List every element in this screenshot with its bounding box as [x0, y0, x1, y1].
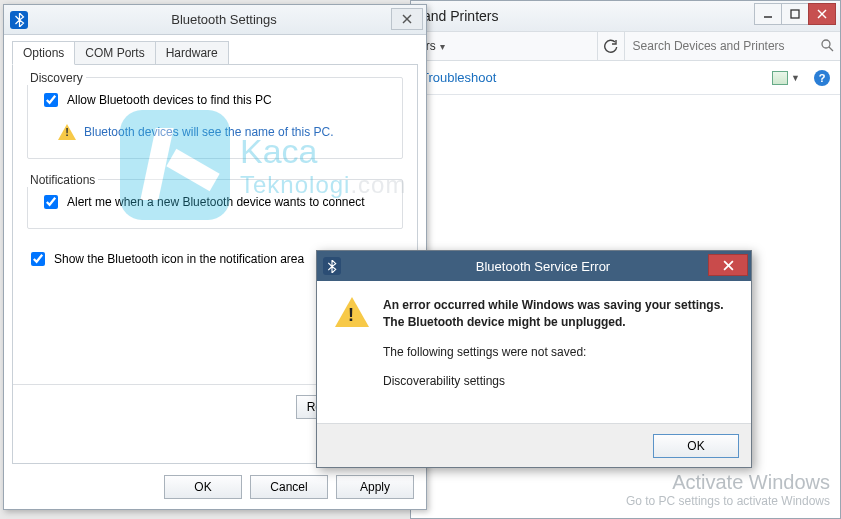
- tab-hardware[interactable]: Hardware: [155, 41, 229, 65]
- err-msg2: The following settings were not saved:: [383, 344, 733, 361]
- refresh-icon: [604, 39, 618, 53]
- dp-command-row: Troubleshoot ▼ ?: [411, 61, 840, 95]
- tab-options[interactable]: Options: [12, 41, 75, 65]
- dp-toolbar: ers ▾: [411, 31, 840, 61]
- bt-titlebar: Bluetooth Settings: [4, 5, 426, 35]
- bt-apply-button[interactable]: Apply: [336, 475, 414, 499]
- activate-line2: Go to PC settings to activate Windows: [626, 494, 830, 508]
- dp-search-input[interactable]: [631, 38, 816, 54]
- err-ok-button[interactable]: OK: [653, 434, 739, 458]
- err-title: Bluetooth Service Error: [341, 259, 745, 274]
- discovery-label: Discovery: [27, 71, 86, 85]
- view-icon: [772, 71, 788, 85]
- err-msg1: An error occurred while Windows was savi…: [383, 297, 733, 332]
- error-dialog: Bluetooth Service Error An error occurre…: [316, 250, 752, 468]
- svg-rect-1: [791, 10, 799, 18]
- bluetooth-icon: [323, 257, 341, 275]
- close-icon: [402, 14, 412, 24]
- dp-titlebar: and Printers: [411, 1, 840, 31]
- err-footer: OK: [317, 423, 751, 467]
- discovery-hint-text: Bluetooth devices will see the name of t…: [84, 125, 333, 139]
- err-body: An error occurred while Windows was savi…: [317, 281, 751, 413]
- allow-discovery-checkbox[interactable]: Allow Bluetooth devices to find this PC: [40, 90, 390, 110]
- dp-maximize-button[interactable]: [781, 3, 809, 25]
- show-icon-text: Show the Bluetooth icon in the notificat…: [54, 252, 304, 266]
- tab-com-ports[interactable]: COM Ports: [74, 41, 155, 65]
- alert-input[interactable]: [44, 195, 58, 209]
- notifications-group: Notifications Alert me when a new Blueto…: [27, 179, 403, 229]
- dp-search[interactable]: [625, 38, 840, 55]
- notifications-label: Notifications: [27, 173, 98, 187]
- bt-tabs: Options COM Ports Hardware: [4, 35, 426, 65]
- discovery-hint: Bluetooth devices will see the name of t…: [58, 124, 390, 140]
- show-icon-input[interactable]: [31, 252, 45, 266]
- alert-text: Alert me when a new Bluetooth device wan…: [67, 195, 365, 209]
- dp-breadcrumb[interactable]: ers ▾: [411, 39, 597, 53]
- err-titlebar: Bluetooth Service Error: [317, 251, 751, 281]
- bt-title: Bluetooth Settings: [28, 12, 420, 27]
- err-close-button[interactable]: [708, 254, 748, 276]
- err-message: An error occurred while Windows was savi…: [383, 297, 733, 403]
- allow-discovery-text: Allow Bluetooth devices to find this PC: [67, 93, 272, 107]
- chevron-down-icon: ▼: [791, 73, 800, 83]
- dp-title: and Printers: [423, 8, 498, 24]
- bt-ok-button[interactable]: OK: [164, 475, 242, 499]
- svg-line-5: [829, 47, 833, 51]
- bluetooth-icon: [10, 11, 28, 29]
- bt-footer-buttons: OK Cancel Apply: [164, 475, 414, 499]
- svg-point-4: [822, 40, 830, 48]
- discovery-group: Discovery Allow Bluetooth devices to fin…: [27, 77, 403, 159]
- warning-icon: [58, 124, 76, 140]
- dp-troubleshoot-link[interactable]: Troubleshoot: [421, 70, 496, 85]
- close-icon: [723, 260, 734, 271]
- dp-help-button[interactable]: ?: [814, 70, 830, 86]
- alert-checkbox[interactable]: Alert me when a new Bluetooth device wan…: [40, 192, 390, 212]
- chevron-down-icon: ▾: [440, 41, 445, 52]
- allow-discovery-input[interactable]: [44, 93, 58, 107]
- dp-minimize-button[interactable]: [754, 3, 782, 25]
- search-icon: [820, 38, 834, 55]
- dp-view-button[interactable]: ▼: [772, 71, 800, 85]
- dp-refresh-button[interactable]: [597, 32, 625, 60]
- activate-windows-watermark: Activate Windows Go to PC settings to ac…: [626, 471, 830, 508]
- warning-icon: [335, 297, 369, 403]
- err-msg3: Discoverability settings: [383, 373, 733, 390]
- activate-line1: Activate Windows: [626, 471, 830, 494]
- bt-close-button[interactable]: [391, 8, 423, 30]
- dp-close-button[interactable]: [808, 3, 836, 25]
- bt-cancel-button[interactable]: Cancel: [250, 475, 328, 499]
